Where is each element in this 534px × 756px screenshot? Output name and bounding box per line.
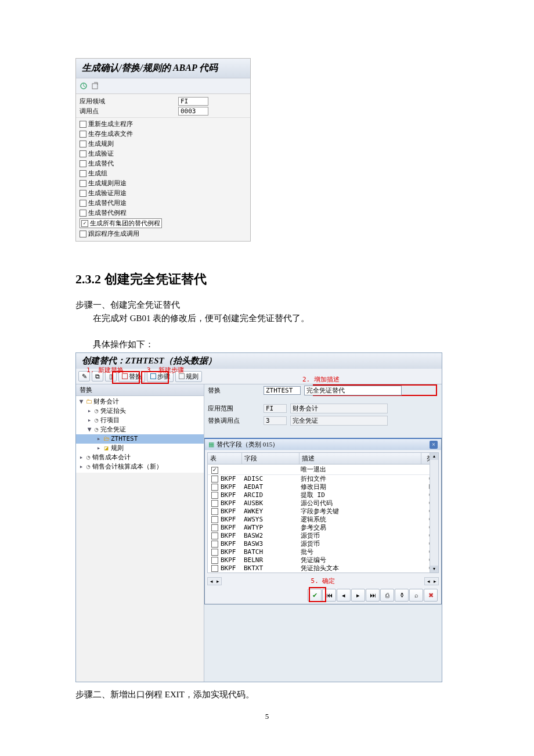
cb-gen-sub-usage[interactable]: 生成替代用途: [76, 198, 250, 208]
checkbox-icon[interactable]: [80, 190, 86, 197]
last-icon[interactable]: ⏭: [366, 589, 380, 602]
checkbox-icon[interactable]: [211, 557, 218, 564]
cb-gen-all-clients[interactable]: 生成所有集团的替代例程: [76, 218, 250, 229]
checkbox-icon[interactable]: [80, 131, 86, 138]
scope-value: FI: [264, 404, 287, 413]
checkbox-icon[interactable]: [80, 210, 86, 217]
first-icon[interactable]: ⏮: [322, 589, 336, 602]
checkbox-checked-icon[interactable]: [211, 467, 218, 474]
scroll-down-icon[interactable]: ▾: [430, 566, 438, 573]
svg-rect-1: [92, 84, 98, 89]
clock-icon: ◔: [85, 462, 91, 471]
ok-button[interactable]: ✔: [308, 589, 322, 602]
table-row[interactable]: BKPFBKTXT凭证抬头文本C: [208, 564, 438, 573]
nav-left[interactable]: ◂▸: [207, 577, 222, 585]
list-icon: ▦: [208, 441, 214, 448]
sub-desc[interactable]: 完全凭证替代: [304, 386, 402, 395]
tree-blank: [76, 473, 204, 682]
tree-node-zthtest[interactable]: ▸🗁ZTHTEST: [76, 434, 204, 444]
table-row[interactable]: BKPFAWSYS逻辑系统C: [208, 516, 438, 524]
checkbox-icon[interactable]: [80, 200, 86, 207]
table-row[interactable]: BKPFBASW2源货币C: [208, 532, 438, 540]
clock-icon: ◔: [85, 453, 91, 462]
next-icon[interactable]: ▸: [351, 589, 365, 602]
checkbox-icon[interactable]: [211, 532, 218, 539]
checkbox-icon[interactable]: [80, 170, 86, 177]
prev-icon[interactable]: ◂: [337, 589, 351, 602]
checkbox-icon[interactable]: [211, 476, 218, 483]
cb-gen-valid-usage[interactable]: 生成验证用途: [76, 188, 250, 198]
print-icon[interactable]: ⎙: [380, 589, 394, 602]
checkbox-icon[interactable]: [211, 484, 218, 491]
cancel-button[interactable]: ✖: [424, 589, 438, 602]
checkbox-icon[interactable]: [211, 516, 218, 523]
col-desc[interactable]: 描述: [300, 453, 421, 464]
sub-value[interactable]: ZTHTEST: [264, 386, 301, 395]
table-row[interactable]: BKPFAWTYP参考交易C: [208, 524, 438, 532]
table-row[interactable]: BKPFBATCH批号C: [208, 548, 438, 556]
scroll-up-icon[interactable]: ▴: [430, 453, 438, 460]
cb-gen-validation[interactable]: 生成验证: [76, 149, 250, 159]
exec-print-icon[interactable]: [91, 82, 99, 90]
row-unique-exit[interactable]: 唯一退出: [208, 465, 438, 475]
filter-icon[interactable]: ⚱: [395, 589, 409, 602]
checkbox-icon[interactable]: [80, 180, 86, 187]
col-field[interactable]: 字段: [242, 453, 300, 464]
cb-regen-main[interactable]: 重新生成主程序: [76, 119, 250, 129]
tree-node-header[interactable]: ▸◔凭证抬头: [76, 406, 204, 416]
tree-node-complete[interactable]: ▼◔完全凭证: [76, 425, 204, 434]
right-icon[interactable]: ▸: [432, 578, 438, 584]
detail-pane: 替换 ZTHTEST 完全凭证替代 应用范围 FI 财务会计 替换调用点 3 完…: [204, 384, 442, 682]
checkbox-icon[interactable]: [211, 524, 218, 531]
checkbox-icon[interactable]: [211, 541, 218, 548]
tree-node-sales[interactable]: ▸◔销售成本会计: [76, 453, 204, 462]
col-table[interactable]: 表: [208, 453, 242, 464]
checkbox-icon[interactable]: [211, 492, 218, 499]
checkbox-icon[interactable]: [80, 160, 86, 167]
execute-icon[interactable]: [80, 82, 88, 90]
cb-gen-rule-usage[interactable]: 生成规则用途: [76, 178, 250, 188]
scrollbar[interactable]: ▴▾: [430, 453, 438, 573]
cb-gen-sub[interactable]: 生成替代: [76, 159, 250, 168]
table-row[interactable]: BKPFAUSBK源公司代码C: [208, 499, 438, 507]
right-icon[interactable]: ▸: [215, 578, 221, 584]
checkbox-icon[interactable]: [80, 150, 86, 157]
checkbox-icon[interactable]: [211, 565, 218, 572]
left-icon[interactable]: ◂: [425, 578, 431, 584]
checkbox-icon[interactable]: [80, 121, 86, 128]
checkbox-icon[interactable]: [211, 508, 218, 515]
section-heading: 2.3.2 创建完全凭证替代: [75, 271, 459, 288]
tree-node-rule[interactable]: ▸◪规则: [76, 444, 204, 453]
tree-node-fi[interactable]: ▼🗀财务会计: [76, 397, 204, 406]
table-row[interactable]: BKPFADISC折扣文件C: [208, 475, 438, 483]
app-area-input[interactable]: FI: [178, 97, 208, 106]
tree-node-lineitem[interactable]: ▸◔行项目: [76, 416, 204, 425]
tree-pane: 替换 ▼🗀财务会计 ▸◔凭证抬头 ▸◔行项目 ▼◔完全凭证 ▸🗁ZTHTEST …: [76, 384, 204, 682]
cb-gen-rule[interactable]: 生成规则: [76, 139, 250, 149]
scope-desc: 财务会计: [290, 404, 388, 413]
table-row[interactable]: BKPFBASW3源货币C: [208, 540, 438, 548]
checkbox-icon[interactable]: [211, 500, 218, 507]
checkbox-checked-icon[interactable]: [81, 220, 88, 227]
annotation-3: 3. 新建步骤: [147, 366, 184, 375]
cb-gen-sub-routine[interactable]: 生成替代例程: [76, 208, 250, 218]
table-row[interactable]: BKPFAEDAT修改日期D: [208, 483, 438, 491]
cb-trace-gen[interactable]: 跟踪程序生成调用: [76, 229, 250, 239]
checkbox-icon[interactable]: [80, 231, 86, 237]
checkbox-icon[interactable]: [211, 549, 218, 556]
table-row[interactable]: BKPFBELNR凭证编号C: [208, 556, 438, 564]
nav-right[interactable]: ◂▸: [424, 577, 439, 585]
clock-icon: ◔: [93, 416, 99, 425]
table-row[interactable]: BKPFARCID提取 IDC: [208, 491, 438, 499]
search-icon[interactable]: ⌕: [409, 589, 423, 602]
tree-node-salescost[interactable]: ▸◔销售会计核算成本（新）: [76, 462, 204, 471]
cb-gen-tablefile[interactable]: 生存生成表文件: [76, 129, 250, 139]
grid-header: 表 字段 描述 类: [208, 453, 438, 465]
call-point-input[interactable]: 0003: [178, 107, 208, 116]
table-row[interactable]: BKPFAWKEY字段参考关键C: [208, 507, 438, 516]
left-icon[interactable]: ◂: [208, 578, 214, 584]
cp-desc: 完全凭证: [290, 416, 388, 426]
checkbox-icon[interactable]: [80, 141, 86, 147]
close-icon[interactable]: ×: [430, 441, 438, 449]
cb-gen-group[interactable]: 生成组: [76, 168, 250, 178]
